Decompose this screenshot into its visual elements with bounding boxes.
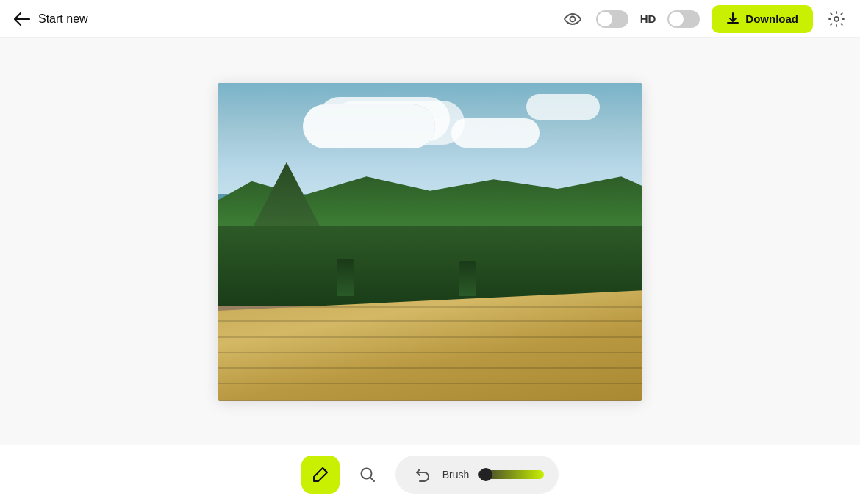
undo-button[interactable] bbox=[410, 463, 434, 486]
hd-toggle-knob bbox=[669, 12, 684, 26]
foreground-green bbox=[218, 226, 642, 305]
svg-point-1 bbox=[834, 17, 839, 21]
preview-toggle-wrap[interactable] bbox=[596, 10, 628, 28]
cloud-2 bbox=[451, 118, 540, 148]
bamboo-line-3 bbox=[218, 336, 642, 338]
preview-icon[interactable] bbox=[561, 7, 584, 31]
settings-icon[interactable] bbox=[825, 7, 848, 31]
brush-controls-panel: Brush bbox=[395, 456, 559, 494]
bamboo-line-5 bbox=[218, 367, 642, 369]
eraser-tool-button[interactable] bbox=[301, 456, 340, 494]
brush-size-slider[interactable] bbox=[478, 470, 544, 479]
download-button[interactable]: Download bbox=[712, 5, 813, 33]
bamboo-line-6 bbox=[218, 383, 642, 384]
back-arrow-icon bbox=[12, 9, 32, 29]
brush-slider-knob bbox=[479, 468, 492, 481]
hd-toggle[interactable] bbox=[667, 10, 700, 28]
zoom-tool-button[interactable] bbox=[348, 456, 387, 494]
bamboo-platform bbox=[218, 289, 642, 401]
landscape-photo bbox=[218, 83, 642, 401]
main-canvas-area bbox=[0, 38, 860, 445]
download-label: Download bbox=[745, 12, 798, 25]
bamboo-line-2 bbox=[218, 320, 642, 322]
image-container bbox=[218, 83, 642, 401]
app-header: Start new HD bbox=[0, 0, 860, 38]
cloud-3 bbox=[526, 94, 600, 120]
preview-toggle[interactable] bbox=[596, 10, 628, 28]
preview-toggle-knob bbox=[598, 12, 612, 26]
header-controls: HD Download bbox=[561, 5, 848, 33]
hd-label: HD bbox=[640, 12, 656, 25]
bamboo-line-4 bbox=[218, 352, 642, 353]
bamboo-line-1 bbox=[218, 306, 642, 308]
bottom-toolbar: Brush bbox=[0, 445, 860, 504]
brush-label: Brush bbox=[442, 469, 470, 480]
cloud-1 bbox=[303, 104, 435, 148]
hd-toggle-wrap[interactable] bbox=[667, 10, 700, 28]
svg-point-0 bbox=[570, 16, 575, 21]
plant-left bbox=[337, 259, 354, 296]
start-new-button[interactable]: Start new bbox=[12, 9, 88, 29]
start-new-label: Start new bbox=[38, 12, 88, 26]
plant-right bbox=[459, 261, 476, 296]
